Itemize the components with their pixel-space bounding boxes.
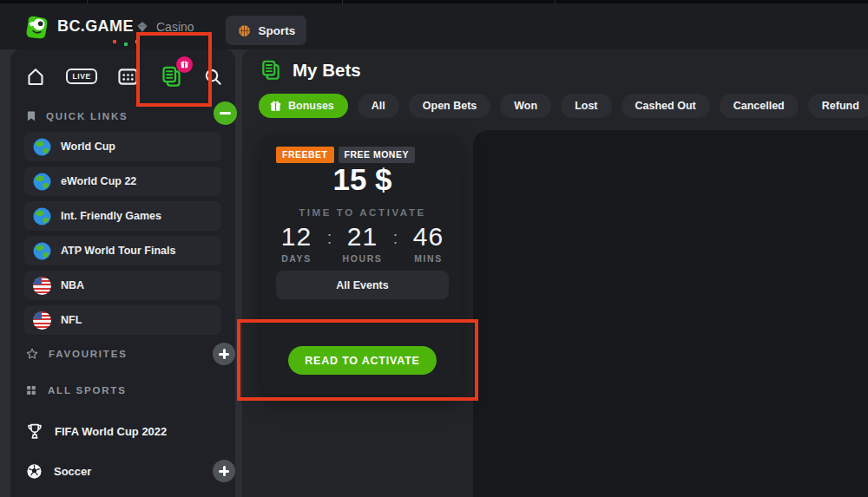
logo-wordmark: BC.GAME	[57, 17, 134, 36]
bonus-card: FREEBET FREE MONEY 15 $ TIME TO ACTIVATE…	[262, 134, 463, 395]
filter-bonuses[interactable]: Bonuses	[259, 94, 348, 118]
add-favourite-button[interactable]	[213, 343, 235, 365]
live-events-button[interactable]: LIVE	[66, 69, 96, 85]
quick-links-title: QUICK LINKS	[46, 111, 128, 121]
countdown-title: TIME TO ACTIVATE	[262, 207, 463, 218]
home-button[interactable]	[25, 66, 46, 87]
bonus-badges: FREEBET FREE MONEY	[276, 147, 415, 163]
filter-won[interactable]: Won	[500, 94, 551, 118]
bets-list-background	[473, 130, 868, 497]
sidebar-icon-row: LIVE	[25, 62, 223, 90]
countdown-mins: 46 MINS	[403, 222, 455, 264]
quick-link-nba[interactable]: NBA	[24, 271, 221, 300]
countdown-separator: :	[323, 225, 337, 264]
quick-link-eworld-cup[interactable]: eWorld Cup 22	[24, 167, 221, 196]
calendar-icon	[117, 67, 139, 87]
gift-icon	[180, 60, 189, 69]
bc-game-sportsbook: BC.GAME Casino Sports	[0, 0, 868, 497]
sidebar: LIVE	[10, 49, 235, 497]
countdown-hours: 21 HOURS	[337, 222, 389, 264]
all-sports-title: ALL SPORTS	[48, 385, 127, 396]
top-bar: BC.GAME Casino Sports	[0, 3, 868, 49]
globe-icon	[33, 207, 51, 226]
favourites-header: FAVOURITES	[25, 343, 128, 365]
quick-link-nfl[interactable]: NFL	[24, 305, 221, 335]
globe-icon	[33, 173, 51, 191]
nav-casino[interactable]: Casino	[135, 3, 194, 49]
grid-icon	[25, 384, 37, 396]
all-events-button[interactable]: All Events	[276, 271, 449, 299]
my-bets-icon	[260, 59, 282, 82]
quick-links-header: QUICK LINKS	[25, 105, 128, 128]
collapse-quick-links-button[interactable]	[214, 101, 237, 125]
filter-cashed-out[interactable]: Cashed Out	[621, 94, 710, 118]
freebet-badge: FREEBET	[276, 147, 334, 163]
bcgame-logo-icon	[23, 13, 50, 41]
sidebar-item-soccer[interactable]: Soccer	[25, 458, 91, 484]
filter-refund[interactable]: Refund	[808, 94, 868, 118]
my-bets-button[interactable]	[160, 65, 183, 88]
quick-link-atp-finals[interactable]: ATP World Tour Finals	[24, 236, 221, 265]
bonus-amount: 15 $	[262, 162, 463, 197]
home-icon	[25, 66, 46, 87]
casino-diamond-icon	[135, 20, 149, 34]
gift-icon	[269, 100, 282, 113]
star-icon	[25, 347, 39, 361]
bonus-notification-badge	[176, 56, 193, 73]
filter-lost[interactable]: Lost	[561, 94, 611, 118]
us-flag-icon	[33, 277, 51, 295]
logo[interactable]: BC.GAME	[23, 3, 134, 49]
search-button[interactable]	[203, 67, 223, 87]
favourites-title: FAVOURITES	[49, 349, 128, 359]
quick-link-int-friendly[interactable]: Int. Friendly Games	[24, 201, 221, 231]
quick-link-world-cup[interactable]: World Cup	[24, 132, 221, 161]
quick-links-list: World Cup eWorld Cup 22 Int. Friendly Ga…	[24, 132, 221, 340]
trophy-icon	[25, 422, 44, 441]
main-content: My Bets Bonuses All Open Bets Won Lost C…	[242, 49, 868, 497]
filter-cancelled[interactable]: Cancelled	[720, 94, 799, 118]
read-to-activate-button[interactable]: READ TO ACTIVATE	[288, 346, 437, 375]
nav-sports-label: Sports	[259, 24, 296, 37]
nav-sports[interactable]: Sports	[226, 16, 306, 45]
globe-icon	[33, 138, 51, 156]
page-header: My Bets	[260, 59, 361, 82]
globe-icon	[33, 242, 51, 260]
live-icon: LIVE	[66, 69, 96, 85]
countdown-separator: :	[389, 225, 403, 264]
filter-all[interactable]: All	[358, 94, 399, 118]
page-title: My Bets	[293, 60, 361, 81]
bookmark-icon	[25, 109, 37, 123]
confetti-dot	[113, 40, 116, 43]
free-money-badge: FREE MONEY	[339, 147, 415, 163]
basketball-icon	[237, 23, 252, 38]
soccer-ball-icon	[25, 462, 43, 481]
bet-filter-chips: Bonuses All Open Bets Won Lost Cashed Ou…	[259, 94, 868, 118]
all-sports-header[interactable]: ALL SPORTS	[25, 381, 127, 400]
search-icon	[203, 67, 223, 87]
expand-soccer-button[interactable]	[213, 460, 235, 482]
confetti-dot	[124, 43, 128, 46]
countdown-days: 12 DAYS	[271, 222, 323, 264]
us-flag-icon	[33, 311, 51, 330]
filter-open-bets[interactable]: Open Bets	[409, 94, 491, 118]
countdown: 12 DAYS : 21 HOURS : 46 MINS	[262, 222, 463, 264]
nav-casino-label: Casino	[156, 20, 194, 34]
sidebar-item-fifa-world-cup[interactable]: FIFA World Cup 2022	[25, 418, 167, 444]
schedule-button[interactable]	[117, 67, 139, 87]
